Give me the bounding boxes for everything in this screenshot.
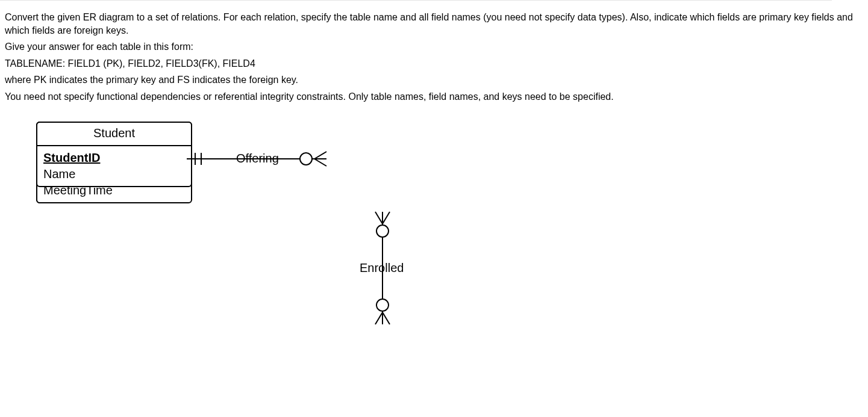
svg-line-5 xyxy=(314,159,326,166)
question-paragraph-1: Convert the given ER diagram to a set of… xyxy=(5,11,856,37)
question-paragraph-4: where PK indicates the primary key and F… xyxy=(5,73,856,87)
relationship-offering-label: Offering xyxy=(236,152,279,165)
svg-line-12 xyxy=(382,312,390,324)
question-paragraph-5: You need not specify functional dependen… xyxy=(5,90,856,103)
entity-student-attr-studentid: StudentID xyxy=(37,150,191,166)
er-diagram: Course CourseID CourseNumber Title Secti… xyxy=(36,122,578,410)
svg-line-8 xyxy=(382,212,390,224)
question-paragraph-3: TABLENAME: FIELD1 (PK), FIELD2, FIELD3(F… xyxy=(5,57,856,70)
entity-student-attrs: StudentID Name xyxy=(37,146,191,186)
relationship-enrolled-label: Enrolled xyxy=(360,261,404,275)
svg-line-7 xyxy=(375,212,382,224)
entity-student-attr-name: Name xyxy=(37,166,191,182)
svg-point-3 xyxy=(300,153,312,165)
svg-point-9 xyxy=(376,225,389,237)
top-hairline xyxy=(0,0,832,1)
question-paragraph-2: Give your answer for each table in this … xyxy=(5,40,856,54)
question-text: Convert the given ER diagram to a set of… xyxy=(0,0,868,103)
entity-student: Student StudentID Name xyxy=(36,122,192,187)
svg-point-10 xyxy=(376,299,389,311)
entity-student-title: Student xyxy=(37,123,191,146)
svg-line-11 xyxy=(375,312,382,324)
svg-line-4 xyxy=(314,152,326,159)
